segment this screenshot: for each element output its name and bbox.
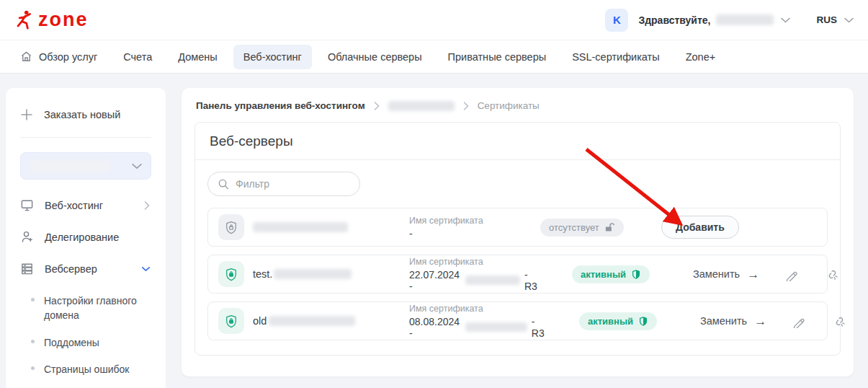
domain-name: old <box>253 315 401 327</box>
edit-certificate-button[interactable] <box>777 268 808 281</box>
search-icon <box>218 178 229 190</box>
edit-certificate-button[interactable] <box>784 314 815 328</box>
user-area: K Здравствуйте, RUS <box>605 9 854 32</box>
nav-item-invoices[interactable]: Счета <box>113 45 162 69</box>
certificate-row: test. Имя сертификата 22.07.2024 - - R3 <box>207 255 828 294</box>
certificate-info: Имя сертификата 08.08.2024 - - R3 <box>409 304 549 339</box>
status-badge: активный <box>572 265 650 283</box>
order-new-button[interactable]: Заказать новый <box>20 108 151 121</box>
avatar[interactable]: K <box>605 9 628 32</box>
user-menu-chevron-down-icon[interactable] <box>781 17 790 23</box>
breadcrumb-separator-icon <box>374 102 380 110</box>
redacted-breadcrumb-domain <box>388 101 455 111</box>
certificate-name-label: Имя сертификата <box>409 304 549 314</box>
redacted-selected-service <box>30 160 110 172</box>
breadcrumb-root[interactable]: Панель управления веб-хостингом <box>196 100 365 111</box>
shield-check-icon <box>631 269 641 280</box>
select-chevron-down-icon <box>132 163 142 169</box>
filter-search-box[interactable] <box>207 172 360 196</box>
sidebar-item-web-hosting[interactable]: Веб-хостинг <box>20 198 151 212</box>
arrow-right-icon: → <box>747 268 759 281</box>
unlink-certificate-button[interactable] <box>824 314 856 328</box>
certificate-info: Имя сертификата 22.07.2024 - - R3 <box>409 257 542 292</box>
language-selector[interactable]: RUS <box>816 14 854 25</box>
nav-item-cloud-servers[interactable]: Облачные серверы <box>318 45 432 69</box>
certificate-row: Имя сертификата - отсутствует Добавить <box>207 208 828 247</box>
runner-icon <box>14 9 33 31</box>
main-navigation: Обзор услуг Счета Домены Веб-хостинг Обл… <box>0 40 868 74</box>
sidebar-subitem-main-domain-settings[interactable]: Настройки главного домена <box>20 294 151 323</box>
certificate-name-value: 08.08.2024 - - R3 <box>409 316 549 339</box>
panel-title: Веб-серверы <box>195 123 840 160</box>
plus-icon <box>20 108 33 121</box>
padlock-open-icon <box>604 222 615 232</box>
sidebar: Заказать новый Веб-хостинг <box>6 88 166 388</box>
redacted-domain <box>253 222 348 232</box>
sidebar-divider <box>20 137 151 138</box>
pencil-icon <box>785 268 799 281</box>
nav-item-web-hosting[interactable]: Веб-хостинг <box>233 45 312 69</box>
home-icon <box>20 50 32 63</box>
content-area: Заказать новый Веб-хостинг <box>0 74 868 388</box>
breadcrumb-current: Сертификаты <box>478 100 540 111</box>
shield-lock-icon <box>218 261 244 287</box>
monitor-icon <box>20 198 34 212</box>
main-panel: Панель управления веб-хостингом Сертифик… <box>182 88 854 376</box>
bullet-icon <box>31 298 35 301</box>
shield-check-icon <box>638 316 648 327</box>
filter-input[interactable] <box>236 178 366 190</box>
nav-item-domains[interactable]: Домены <box>168 45 228 69</box>
certificate-row: old Имя сертификата 08.08.2024 - - R3 <box>207 301 828 340</box>
sidebar-subitem-error-pages[interactable]: Страницы ошибок <box>20 362 151 376</box>
replace-certificate-link[interactable]: Заменить → <box>693 268 759 281</box>
chevron-right-icon <box>144 201 150 210</box>
user-plus-icon <box>20 230 34 244</box>
redacted-cert-name <box>465 322 527 332</box>
app-header: zone K Здравствуйте, RUS <box>0 0 868 40</box>
domain-name: test. <box>253 268 401 280</box>
status-badge: активный <box>579 312 657 330</box>
nav-item-zone-plus[interactable]: Zone+ <box>676 45 726 69</box>
unlink-icon <box>826 268 839 281</box>
redacted-cert-name <box>465 275 520 285</box>
language-chevron-down-icon <box>844 17 854 23</box>
greeting-text: Здравствуйте, <box>638 14 774 26</box>
redacted-domain <box>269 316 355 326</box>
sidebar-subitem-subdomains[interactable]: Поддомены <box>20 335 151 350</box>
breadcrumb: Панель управления веб-хостингом Сертифик… <box>182 88 854 119</box>
redacted-username <box>716 14 774 25</box>
certificate-name-label: Имя сертификата <box>409 257 542 267</box>
certificate-name-value: 22.07.2024 - - R3 <box>409 269 542 292</box>
replace-certificate-link[interactable]: Заменить → <box>700 315 766 327</box>
shield-lock-icon <box>218 214 244 240</box>
logo-text: zone <box>38 10 89 30</box>
status-badge: отсутствует <box>540 219 624 237</box>
sidebar-item-delegation[interactable]: Делегирование <box>20 230 151 244</box>
sidebar-menu: Веб-хостинг Делегирование Вебсервер <box>20 198 151 388</box>
certificate-info: Имя сертификата - <box>409 216 510 239</box>
nav-item-services-overview[interactable]: Обзор услуг <box>10 44 107 69</box>
sidebar-submenu: Настройки главного домена Поддомены Стра… <box>20 294 151 388</box>
certificate-name-label: Имя сертификата <box>409 216 510 226</box>
bullet-icon <box>31 366 35 370</box>
shield-lock-icon <box>218 308 244 334</box>
web-servers-panel: Веб-серверы <box>194 122 841 356</box>
bullet-icon <box>31 340 35 343</box>
zone-logo[interactable]: zone <box>14 9 89 31</box>
pencil-icon <box>792 314 806 328</box>
chevron-down-icon <box>142 266 150 272</box>
add-certificate-button[interactable]: Добавить <box>661 216 739 239</box>
redacted-domain <box>274 269 352 279</box>
certificate-name-value: - <box>409 228 510 239</box>
server-icon <box>20 262 34 275</box>
unlink-icon <box>833 314 846 328</box>
service-select-dropdown[interactable] <box>20 152 151 180</box>
unlink-certificate-button[interactable] <box>817 268 849 281</box>
arrow-right-icon: → <box>754 315 766 327</box>
domain-name <box>253 222 401 232</box>
nav-item-private-servers[interactable]: Приватные серверы <box>438 45 557 69</box>
breadcrumb-separator-icon <box>463 102 469 110</box>
nav-item-ssl-certificates[interactable]: SSL-сертификаты <box>562 45 670 69</box>
sidebar-item-webserver[interactable]: Вебсервер <box>20 262 151 275</box>
